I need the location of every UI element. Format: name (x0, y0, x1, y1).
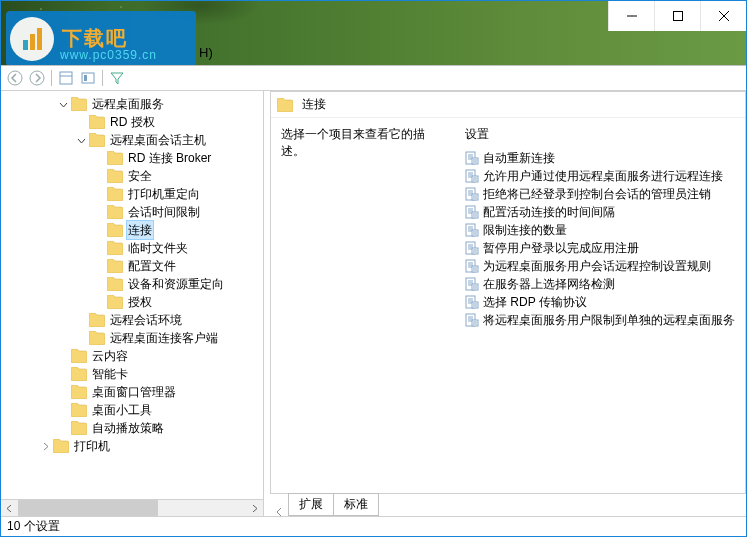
chevron-down-icon (59, 100, 68, 109)
expander-none (55, 348, 71, 364)
expander-none (91, 258, 107, 274)
svg-rect-56 (472, 266, 478, 272)
svg-rect-8 (82, 73, 94, 83)
tree-item[interactable]: 远程桌面服务 (1, 95, 263, 113)
tree-panel[interactable]: 远程桌面服务RD 授权远程桌面会话主机RD 连接 Broker安全打印机重定向会… (1, 91, 264, 516)
expander-open[interactable] (55, 96, 71, 112)
folder-icon (107, 169, 123, 183)
folder-icon (107, 205, 123, 219)
folder-icon (71, 385, 87, 399)
folder-icon (89, 313, 105, 327)
tree-item[interactable]: 设备和资源重定向 (1, 275, 263, 293)
tree-item[interactable]: 桌面窗口管理器 (1, 383, 263, 401)
setting-item-label: 在服务器上选择网络检测 (483, 276, 615, 293)
tree-item[interactable]: 会话时间限制 (1, 203, 263, 221)
tree-item[interactable]: 打印机 (1, 437, 263, 455)
tab-standard[interactable]: 标准 (333, 493, 379, 516)
toolbar-nav-forward-icon[interactable] (29, 70, 45, 86)
tree-item[interactable]: 远程桌面会话主机 (1, 131, 263, 149)
tree-item-label: 远程桌面会话主机 (108, 131, 208, 149)
tree-item-label: 临时文件夹 (126, 239, 190, 257)
setting-item[interactable]: 在服务器上选择网络检测 (465, 275, 735, 293)
scroll-left-button[interactable] (1, 500, 18, 516)
content-header-title: 连接 (302, 96, 326, 113)
tree-item[interactable]: 云内容 (1, 347, 263, 365)
chevron-left-icon (6, 505, 13, 512)
svg-rect-42 (472, 230, 478, 236)
toolbar-nav-back-icon[interactable] (7, 70, 23, 86)
folder-icon (89, 115, 105, 129)
setting-item-label: 拒绝将已经登录到控制台会话的管理员注销 (483, 186, 711, 203)
setting-item[interactable]: 拒绝将已经登录到控制台会话的管理员注销 (465, 185, 735, 203)
policy-item-icon (465, 313, 479, 327)
policy-item-icon (465, 151, 479, 165)
svg-point-4 (8, 71, 22, 85)
chevron-left-icon (275, 508, 283, 516)
folder-icon (71, 349, 87, 363)
tree-item[interactable]: 打印机重定向 (1, 185, 263, 203)
tree-item[interactable]: 自动播放策略 (1, 419, 263, 437)
folder-icon (107, 259, 123, 273)
setting-item-label: 将远程桌面服务用户限制到单独的远程桌面服务 (483, 312, 735, 329)
tree-item[interactable]: 桌面小工具 (1, 401, 263, 419)
folder-icon (107, 223, 123, 237)
close-icon (719, 11, 729, 21)
setting-item[interactable]: 为远程桌面服务用户会话远程控制设置规则 (465, 257, 735, 275)
svg-rect-49 (472, 248, 478, 254)
close-button[interactable] (700, 1, 746, 31)
svg-rect-70 (472, 302, 478, 308)
policy-item-icon (465, 259, 479, 273)
setting-item[interactable]: 将远程桌面服务用户限制到单独的远程桌面服务 (465, 311, 735, 329)
minimize-icon (627, 11, 637, 21)
minimize-button[interactable] (608, 1, 654, 31)
setting-item[interactable]: 暂停用户登录以完成应用注册 (465, 239, 735, 257)
setting-item[interactable]: 允许用户通过使用远程桌面服务进行远程连接 (465, 167, 735, 185)
description-text: 选择一个项目来查看它的描述。 (281, 127, 425, 158)
tabs-row: 扩展标准 (264, 494, 746, 516)
statusbar: 10 个设置 (1, 516, 746, 536)
tree-item[interactable]: 配置文件 (1, 257, 263, 275)
scroll-right-button[interactable] (246, 500, 263, 516)
setting-item[interactable]: 限制连接的数量 (465, 221, 735, 239)
folder-icon (71, 403, 87, 417)
tab-scroll-left[interactable] (270, 508, 288, 516)
settings-heading: 设置 (465, 126, 735, 143)
tree-item[interactable]: 连接 (1, 221, 263, 239)
logo-bars-icon (23, 28, 42, 50)
tree-item[interactable]: 智能卡 (1, 365, 263, 383)
expander-closed[interactable] (37, 438, 53, 454)
tree-item[interactable]: RD 授权 (1, 113, 263, 131)
policy-item-icon (465, 223, 479, 237)
tree-item[interactable]: 临时文件夹 (1, 239, 263, 257)
tree-item[interactable]: 授权 (1, 293, 263, 311)
toolbar-action-2-icon[interactable] (80, 70, 96, 86)
toolbar-action-1-icon[interactable] (58, 70, 74, 86)
tree-item-label: 远程桌面服务 (90, 95, 166, 113)
setting-item[interactable]: 配置活动连接的时间间隔 (465, 203, 735, 221)
scroll-track[interactable] (18, 500, 246, 516)
setting-item[interactable]: 自动重新连接 (465, 149, 735, 167)
svg-rect-77 (472, 320, 478, 326)
watermark-logo: 下载吧 www.pc0359.cn (6, 11, 196, 66)
setting-item-label: 暂停用户登录以完成应用注册 (483, 240, 639, 257)
tree-item[interactable]: 远程会话环境 (1, 311, 263, 329)
svg-rect-9 (84, 75, 87, 81)
toolbar-filter-icon[interactable] (109, 70, 125, 86)
expander-open[interactable] (73, 132, 89, 148)
folder-icon (89, 331, 105, 345)
policy-item-icon (465, 187, 479, 201)
tree-horizontal-scrollbar[interactable] (1, 499, 263, 516)
scroll-thumb[interactable] (18, 500, 158, 516)
tab-extended[interactable]: 扩展 (288, 493, 334, 516)
maximize-button[interactable] (654, 1, 700, 31)
setting-item-label: 允许用户通过使用远程桌面服务进行远程连接 (483, 168, 723, 185)
content-inner: 连接 选择一个项目来查看它的描述。 设置 自动重新连接允许用户通过使用远程桌面服… (270, 91, 746, 494)
tree-item[interactable]: RD 连接 Broker (1, 149, 263, 167)
expander-none (91, 240, 107, 256)
folder-icon (89, 133, 105, 147)
svg-rect-28 (472, 194, 478, 200)
tree-item[interactable]: 远程桌面连接客户端 (1, 329, 263, 347)
expander-none (91, 150, 107, 166)
tree-item[interactable]: 安全 (1, 167, 263, 185)
setting-item[interactable]: 选择 RDP 传输协议 (465, 293, 735, 311)
